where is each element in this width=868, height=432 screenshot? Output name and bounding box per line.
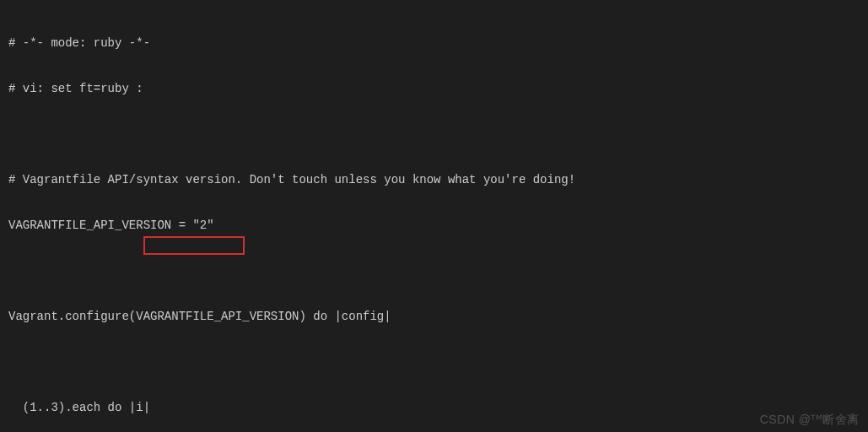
watermark-label: CSDN @ᵀᴹ断舍离 (760, 412, 860, 427)
code-line: # vi: set ft=ruby : (8, 81, 860, 96)
code-line: VAGRANTFILE_API_VERSION = "2" (8, 218, 860, 233)
code-line (8, 127, 860, 142)
code-line: (1..3).each do |i| (8, 400, 860, 415)
highlight-annotation (143, 236, 245, 255)
code-line: Vagrant.configure(VAGRANTFILE_API_VERSIO… (8, 309, 860, 324)
code-editor: # -*- mode: ruby -*- # vi: set ft=ruby :… (0, 0, 868, 432)
code-line: # -*- mode: ruby -*- (8, 35, 860, 51)
code-line (8, 263, 860, 278)
code-line: # Vagrantfile API/syntax version. Don't … (8, 172, 860, 187)
code-line (8, 354, 860, 370)
